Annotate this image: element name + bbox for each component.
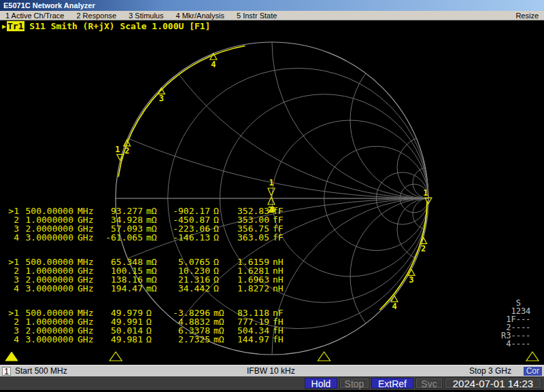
chart-marker-1[interactable]: 1 xyxy=(423,188,432,204)
status-segments: Hold Stop ExtRef Svc 2024-07-01 14:23 xyxy=(305,378,541,389)
svg-text:2: 2 xyxy=(421,244,426,253)
ifbw-label: IFBW 10 kHz xyxy=(247,366,295,376)
svg-text:3: 3 xyxy=(159,94,164,103)
instrument-status-bar: Hold Stop ExtRef Svc 2024-07-01 14:23 xyxy=(0,376,544,390)
svg-text:2: 2 xyxy=(124,146,129,156)
menu-item-1-active-ch-trace[interactable]: 1 Active Ch/Trace xyxy=(5,12,64,20)
stop-frequency-label: Stop 3 GHz xyxy=(469,366,511,376)
channel-number: 1 xyxy=(2,367,11,376)
menu-item-4-mkr-analysis[interactable]: 4 Mkr/Analysis xyxy=(175,12,224,20)
svg-text:1: 1 xyxy=(269,178,273,188)
svg-text:1: 1 xyxy=(423,188,428,198)
reactance-arc-+1 xyxy=(272,20,544,198)
svg-text:1: 1 xyxy=(115,145,120,154)
window-title: E5071C Network Analyzer xyxy=(3,1,95,10)
extref-indicator: ExtRef xyxy=(371,378,413,389)
menu-items: 1 Active Ch/Trace2 Response3 Stimulus4 M… xyxy=(5,12,277,20)
reactance-arc-+2 xyxy=(350,42,507,198)
datetime-display: 2024-07-01 14:23 xyxy=(445,378,541,389)
reactance-arc-+0.5 xyxy=(116,20,544,198)
menu-item-5-instr-state[interactable]: 5 Instr State xyxy=(237,12,277,20)
svg-text:4: 4 xyxy=(211,60,216,69)
correction-badge: Cor xyxy=(524,367,542,376)
marker-row: 43.0000000GHz49.981Ω2.7325mΩ144.97fH xyxy=(7,335,286,344)
window-titlebar: E5071C Network Analyzer xyxy=(0,0,544,11)
menu-item-3-stimulus[interactable]: 3 Stimulus xyxy=(129,12,163,20)
menu-bar: 1 Active Ch/Trace2 Response3 Stimulus4 M… xyxy=(0,11,544,20)
svg-text:3: 3 xyxy=(409,275,413,285)
reactance-arc--2 xyxy=(350,198,507,355)
svc-indicator: Svc xyxy=(415,378,443,389)
stimulus-marker-1[interactable] xyxy=(5,352,18,361)
resize-button[interactable]: Resize xyxy=(515,12,539,20)
port-status-legend: S 1234 1F--- 2---- R3---- 4---- xyxy=(501,299,530,348)
stimulus-marker-3[interactable] xyxy=(318,352,330,361)
start-frequency-label: Start 500 MHz xyxy=(15,366,67,376)
stimulus-marker-4[interactable] xyxy=(526,352,539,361)
svg-text:4: 4 xyxy=(392,302,396,311)
marker-table-reactance-l: >1500.00000MHz65.348mΩ5.0765Ω1.6159nH21.… xyxy=(7,257,286,293)
app-window: E5071C Network Analyzer 1 Active Ch/Trac… xyxy=(0,0,544,392)
marker-row: 43.0000000GHz-61.065mΩ-146.13Ω363.05fF xyxy=(7,233,286,242)
instrument-screen: ▶ Tr1 S11 Smith (R+jX) Scale 1.000U [F1]… xyxy=(0,20,544,365)
marker-table-reactance-c: >1500.00000MHz93.277mΩ-902.17Ω352.83fF21… xyxy=(7,207,286,242)
trace-upper-left xyxy=(118,46,245,177)
menu-item-2-response[interactable]: 2 Response xyxy=(76,12,116,20)
stimulus-marker-2[interactable] xyxy=(109,352,122,361)
marker-table-impedance: >1500.00000MHz49.979Ω-3.8296mΩ83.118nF21… xyxy=(7,308,286,344)
status-bar: 1 Start 500 MHz IFBW 10 kHz Stop 3 GHz C… xyxy=(0,365,544,376)
marker-row: 43.0000000GHz194.47mΩ34.442Ω1.8272nH xyxy=(7,284,286,293)
hold-indicator: Hold xyxy=(305,378,337,389)
stop-indicator: Stop xyxy=(339,378,369,389)
